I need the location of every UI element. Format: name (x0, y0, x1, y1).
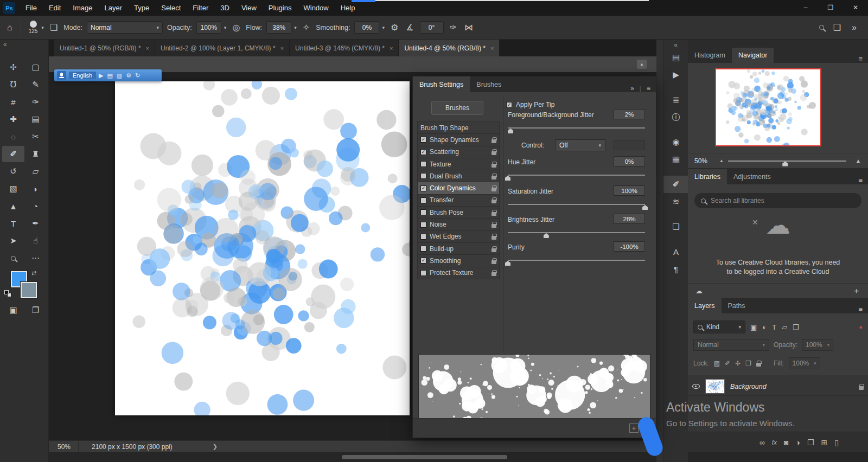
search-icon[interactable] (819, 25, 824, 30)
cloud-sync-icon[interactable]: ☁ (695, 287, 703, 295)
brush-option-shape-dynamics[interactable]: ✓Shape Dynamics (417, 133, 500, 146)
fg-bg-jitter-value[interactable]: 2% (614, 109, 645, 119)
lock-icon[interactable] (492, 176, 496, 179)
crop-tool[interactable]: # (2, 94, 24, 110)
navigator-zoom-slider[interactable] (728, 161, 846, 162)
close-tab-icon[interactable]: × (146, 45, 149, 52)
quick-selection-tool[interactable]: ✎ (24, 76, 47, 93)
close-tab-icon[interactable]: × (390, 45, 393, 52)
layer-fill-input[interactable]: 100% ▾ (789, 357, 820, 369)
delete-layer-icon[interactable]: ▯ (834, 438, 839, 447)
patch-tool[interactable]: ▤ (24, 111, 47, 127)
zoom-tool[interactable] (2, 250, 24, 266)
libraries-search-input[interactable]: Search all libraries (694, 193, 861, 208)
menu-file[interactable]: File (20, 0, 43, 16)
layer-name[interactable]: Background (730, 383, 853, 390)
microphone-icon[interactable] (57, 71, 66, 80)
shape-tool[interactable]: ▲ (2, 198, 24, 214)
lock-icon[interactable] (492, 139, 496, 143)
brush-option-brush-pose[interactable]: Brush Pose (417, 206, 500, 219)
smoothing-gear-icon[interactable]: ⚙ (389, 22, 400, 33)
filter-toggle-icon[interactable]: ● (859, 324, 863, 330)
lock-icon[interactable] (492, 236, 496, 240)
panel-overflow-icon[interactable]: » (630, 85, 634, 92)
menu-help[interactable]: Help (335, 0, 361, 16)
new-group-icon[interactable]: ❒ (807, 438, 814, 447)
layer-filter-kind-dropdown[interactable]: Kind ▾ (693, 320, 745, 333)
checkbox[interactable] (420, 173, 426, 179)
collapse-dock-icon[interactable]: « (3, 41, 7, 48)
tab-navigator[interactable]: Navigator (732, 48, 774, 63)
brush-option-noise[interactable]: Noise (417, 218, 500, 230)
settings-gear-icon[interactable]: ⚙ (126, 72, 131, 79)
expand-panels-icon[interactable]: « (663, 40, 688, 49)
zoom-out-icon[interactable]: ▲ (719, 158, 724, 163)
slider-thumb[interactable] (505, 261, 510, 266)
zoom-in-icon[interactable]: ▲ (855, 157, 861, 165)
marquee-tool[interactable]: ▢ (24, 59, 47, 75)
status-zoom-input[interactable]: 50% (49, 441, 79, 452)
brush-option-color-dynamics[interactable]: ✓Color Dynamics (417, 182, 500, 194)
menu-3d[interactable]: 3D (214, 0, 235, 16)
pen-tool[interactable]: ✒ (24, 215, 47, 232)
layer-lock-icon[interactable] (859, 386, 864, 390)
menu-view[interactable]: View (235, 0, 263, 16)
chevron-down-icon[interactable]: ▾ (294, 25, 297, 30)
pressure-size-icon[interactable]: ✑ (448, 22, 458, 33)
tab-libraries[interactable]: Libraries (688, 169, 727, 184)
lock-icon[interactable] (492, 200, 496, 203)
dodge-tool[interactable]: ◔ (24, 198, 47, 214)
link-layers-icon[interactable]: ∞ (760, 438, 765, 447)
lock-icon[interactable] (492, 188, 496, 191)
actions-panel-icon[interactable]: ▶ (663, 66, 688, 84)
brush-option-dual-brush[interactable]: Dual Brush (417, 170, 500, 182)
lock-icon[interactable] (492, 151, 496, 155)
pressure-opacity-icon[interactable]: ◎ (231, 22, 241, 33)
lock-icon[interactable] (492, 224, 496, 228)
document-tab-untitled-4[interactable]: Untitled-4 @ 50% (RGB/8) *× (399, 40, 499, 56)
flow-input[interactable]: 38% (266, 21, 291, 34)
adjustments-panel-icon[interactable]: ≣ (663, 91, 688, 108)
menu-filter[interactable]: Filter (187, 0, 214, 16)
healing-brush-tool[interactable]: ✚ (2, 111, 24, 127)
clone-stamp-tool[interactable]: ♜ (24, 146, 47, 162)
brightness-jitter-value[interactable]: 28% (614, 214, 645, 224)
brush-option-texture[interactable]: Texture (417, 158, 500, 170)
background-color-swatch[interactable] (21, 282, 37, 298)
menu-layer[interactable]: Layer (99, 0, 129, 16)
status-chevron-icon[interactable]: ❯ (180, 443, 218, 450)
slice-tool[interactable]: ✂ (24, 129, 47, 145)
panel-menu-icon[interactable]: ≡ (858, 55, 868, 63)
path-selection-tool[interactable]: ➤ (2, 233, 24, 249)
brushes-panel-icon[interactable]: ≋ (663, 193, 688, 210)
clone-source-panel-icon[interactable]: ❏ (663, 218, 688, 235)
tab-brushes[interactable]: Brushes (470, 76, 508, 92)
lock-icon[interactable] (492, 248, 496, 252)
quick-mask-mode[interactable]: ▣ (2, 303, 24, 317)
saturation-jitter-value[interactable]: 100% (614, 185, 645, 196)
layer-thumbnail[interactable] (705, 379, 725, 394)
menu-select[interactable]: Select (155, 0, 187, 16)
color-panel-icon[interactable]: ◉ (663, 133, 688, 151)
blend-mode-dropdown[interactable]: Normal ▾ (693, 339, 769, 351)
eraser-tool[interactable]: ▱ (24, 163, 47, 179)
brush-option-wet-edges[interactable]: Wet Edges (417, 230, 500, 243)
panel-menu-icon[interactable]: ≡ (858, 176, 868, 184)
eyedropper-tool[interactable]: ✑ (24, 94, 47, 110)
type-tool[interactable]: T (2, 215, 24, 232)
brush-settings-panel-icon[interactable]: ✐ (663, 176, 688, 193)
close-tab-icon[interactable]: × (490, 45, 494, 52)
move-tool[interactable]: ✢ (2, 59, 24, 75)
add-library-icon[interactable]: ＋ (852, 286, 860, 296)
slider-track[interactable] (508, 232, 645, 233)
slider-thumb[interactable] (544, 233, 549, 238)
brush-angle-input[interactable]: 0° (420, 21, 444, 34)
brush-tool[interactable]: ✐ (2, 146, 24, 162)
toggle-brush-panel-icon[interactable]: ❏ (48, 22, 59, 33)
frame-tool[interactable]: ◌ (2, 129, 24, 145)
chevron-down-icon[interactable]: ▾ (41, 25, 44, 30)
edit-toolbar[interactable]: ⋯ (24, 250, 47, 266)
collapse-band-icon[interactable]: ▴ (637, 60, 647, 69)
slider-thumb[interactable] (505, 176, 510, 181)
chevron-right-icon[interactable]: » (850, 23, 858, 33)
